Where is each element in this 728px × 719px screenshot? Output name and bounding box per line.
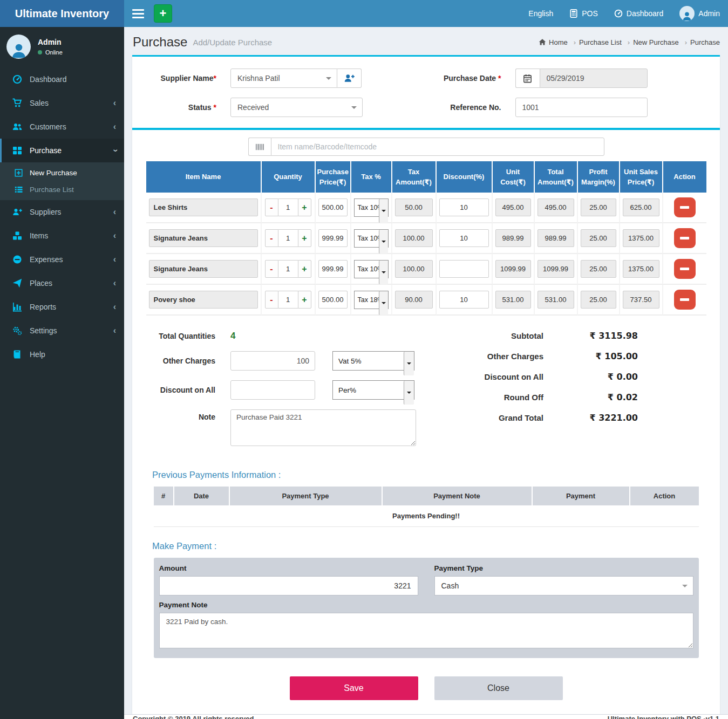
remove-row-button[interactable]: [674, 197, 696, 217]
discount-input[interactable]: [439, 198, 489, 216]
user-menu[interactable]: Admin: [679, 6, 720, 21]
other-charges-input[interactable]: [230, 351, 315, 371]
amount-input[interactable]: [159, 576, 418, 595]
purchase-panel: Supplier Name* Krishna Patil Purchase Da…: [132, 55, 720, 714]
qty-plus-button[interactable]: +: [298, 229, 311, 247]
other-charges-summary-value: ₹ 105.00: [543, 351, 638, 361]
payment-type-label: Payment Type: [434, 564, 693, 572]
breadcrumb-home[interactable]: Home: [539, 38, 576, 46]
payments-pending-message: Payments Pending!!: [154, 505, 699, 527]
add-supplier-button[interactable]: [337, 69, 362, 88]
sidebar-item-places[interactable]: Places ‹: [0, 271, 124, 295]
payment-note-textarea[interactable]: 3221 Paid by cash.: [159, 613, 693, 648]
hamburger-icon[interactable]: [132, 9, 144, 18]
make-payment-panel: Amount Payment Type Cash Payment Note 32…: [154, 558, 699, 658]
supplier-label: Supplier Name*: [149, 74, 230, 83]
sidebar-item-customers[interactable]: Customers ‹: [0, 115, 124, 139]
qty-minus-button[interactable]: -: [265, 198, 278, 216]
discount-input[interactable]: [439, 291, 489, 309]
qty-input[interactable]: [278, 198, 298, 216]
sidebar-item-settings[interactable]: Settings ‹: [0, 319, 124, 343]
caret-down-icon: [379, 199, 388, 223]
qty-plus-button[interactable]: +: [298, 291, 311, 309]
pos-link[interactable]: POS: [569, 9, 598, 18]
sidebar-item-items[interactable]: Items ‹: [0, 224, 124, 248]
quick-add-button[interactable]: +: [154, 4, 172, 23]
other-charges-type-select[interactable]: Vat 5%: [332, 351, 414, 371]
qty-minus-button[interactable]: -: [265, 291, 278, 309]
note-textarea[interactable]: Purchase Paid 3221: [230, 409, 416, 446]
speedometer-icon: [614, 9, 623, 18]
remove-row-button[interactable]: [674, 228, 696, 248]
avatar: [679, 6, 695, 21]
sidebar-item-help[interactable]: Help: [0, 343, 124, 366]
sidebar-item-expenses[interactable]: Expenses ‹: [0, 248, 124, 271]
app-logo[interactable]: Ultimate Inventory: [0, 0, 124, 27]
breadcrumb: Home Purchase List New Purchase Purchase: [539, 38, 720, 46]
item-name-field: [149, 291, 258, 309]
remove-row-button[interactable]: [674, 259, 696, 279]
tax-select[interactable]: Tax 18%: [354, 291, 389, 309]
users-icon: [12, 122, 23, 132]
close-button[interactable]: Close: [434, 676, 563, 700]
profit-margin-field: [581, 229, 616, 247]
qty-input[interactable]: [278, 260, 298, 278]
unit-sales-price-field: [623, 229, 659, 247]
gears-icon: [12, 326, 23, 335]
qty-minus-button[interactable]: -: [265, 260, 278, 278]
user-plus-icon: [344, 73, 355, 84]
breadcrumb-new-purchase[interactable]: New Purchase: [633, 38, 687, 46]
qty-plus-button[interactable]: +: [298, 198, 311, 216]
chevron-left-icon: ‹: [113, 98, 116, 108]
grand-total-value: ₹ 3221.00: [543, 413, 638, 423]
calendar-icon: [515, 69, 540, 88]
purchase-price-input[interactable]: [318, 260, 348, 278]
amount-label: Amount: [159, 564, 418, 572]
chevron-left-icon: ‹: [113, 207, 116, 217]
qty-plus-button[interactable]: +: [298, 260, 311, 278]
reference-input[interactable]: [515, 98, 648, 117]
supplier-select[interactable]: Krishna Patil: [230, 69, 337, 88]
discount-on-all-input[interactable]: [230, 380, 315, 400]
sidebar-item-suppliers[interactable]: Suppliers ‹: [0, 200, 124, 224]
breadcrumb-current: Purchase: [690, 38, 720, 46]
qty-input[interactable]: [278, 229, 298, 247]
discount-input[interactable]: [439, 229, 489, 247]
save-button[interactable]: Save: [290, 676, 418, 700]
purchase-price-input[interactable]: [318, 198, 348, 216]
purchase-submenu: New Purchase Purchase List: [0, 162, 124, 200]
purchase-price-input[interactable]: [318, 229, 348, 247]
top-nav: + English POS Dashboard Admin: [124, 0, 728, 27]
tax-select[interactable]: Tax 10%: [354, 229, 389, 248]
items-table-header-row: Item Name Quantity Purchase Price(₹) Tax…: [146, 161, 706, 193]
chevron-down-icon: ‹: [110, 149, 119, 152]
discount-input[interactable]: [439, 260, 489, 278]
qty-minus-button[interactable]: -: [265, 229, 278, 247]
sidebar-item-dashboard[interactable]: Dashboard: [0, 67, 124, 91]
purchase-price-input[interactable]: [318, 291, 348, 309]
table-row: -+ Tax 10%: [146, 223, 706, 254]
language-menu[interactable]: English: [528, 9, 553, 18]
caret-down-icon: [379, 291, 388, 315]
table-row: -+ Tax 10%: [146, 193, 706, 223]
tax-select[interactable]: Tax 10%: [354, 198, 389, 217]
qty-input[interactable]: [278, 291, 298, 309]
discount-type-select[interactable]: Per%: [332, 380, 414, 400]
status-select[interactable]: Received: [230, 98, 363, 117]
sidebar-item-sales[interactable]: Sales ‹: [0, 91, 124, 115]
page-title: Purchase: [133, 35, 187, 50]
date-label: Purchase Date *: [434, 74, 515, 83]
sidebar-item-purchase-list[interactable]: Purchase List: [0, 181, 124, 198]
online-dot: [38, 50, 42, 54]
sidebar-item-purchase[interactable]: Purchase ‹: [0, 139, 124, 162]
item-search-input[interactable]: [271, 138, 604, 156]
payment-type-select[interactable]: Cash: [434, 576, 693, 595]
tax-select[interactable]: Tax 10%: [354, 260, 389, 278]
remove-row-button[interactable]: [674, 290, 696, 310]
breadcrumb-purchase-list[interactable]: Purchase List: [579, 38, 630, 46]
sidebar-item-reports[interactable]: Reports ‹: [0, 295, 124, 319]
sidebar-item-new-purchase[interactable]: New Purchase: [0, 165, 124, 181]
barcode-icon: [248, 138, 271, 156]
purchase-date-input[interactable]: [540, 69, 648, 88]
dashboard-link[interactable]: Dashboard: [614, 9, 664, 18]
